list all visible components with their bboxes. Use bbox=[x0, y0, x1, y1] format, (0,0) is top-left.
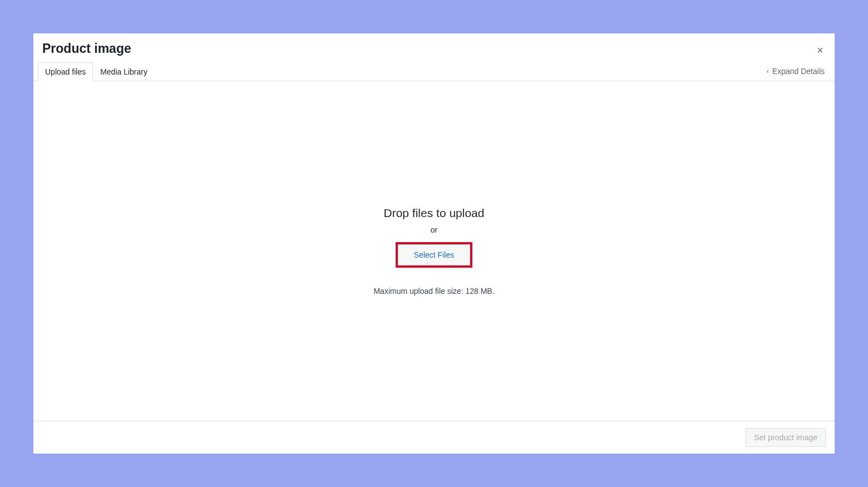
product-image-modal: Product image × Upload files Media Libra… bbox=[33, 33, 835, 454]
modal-header: Product image × bbox=[33, 33, 835, 62]
tabs-row: Upload files Media Library ‹ Expand Deta… bbox=[33, 62, 835, 81]
tabs: Upload files Media Library bbox=[38, 62, 155, 81]
max-upload-size-text: Maximum upload file size: 128 MB. bbox=[373, 287, 494, 296]
or-text: or bbox=[431, 225, 437, 234]
upload-area[interactable]: Drop files to upload or Select Files Max… bbox=[33, 81, 835, 421]
select-files-button[interactable]: Select Files bbox=[398, 244, 470, 265]
tab-upload-files[interactable]: Upload files bbox=[38, 62, 93, 81]
modal-footer: Set product image bbox=[33, 421, 835, 454]
close-button[interactable]: × bbox=[817, 45, 823, 56]
close-icon: × bbox=[817, 44, 823, 56]
set-product-image-button[interactable]: Set product image bbox=[746, 428, 826, 447]
modal-title: Product image bbox=[42, 41, 826, 56]
select-files-highlight: Select Files bbox=[396, 242, 472, 268]
expand-details-label: Expand Details bbox=[772, 67, 825, 76]
drop-files-heading: Drop files to upload bbox=[384, 206, 485, 220]
chevron-left-icon: ‹ bbox=[767, 67, 769, 75]
expand-details-button[interactable]: ‹ Expand Details bbox=[767, 67, 825, 76]
tab-media-library[interactable]: Media Library bbox=[93, 62, 155, 81]
tab-label: Upload files bbox=[45, 67, 86, 76]
tab-label: Media Library bbox=[100, 67, 147, 76]
